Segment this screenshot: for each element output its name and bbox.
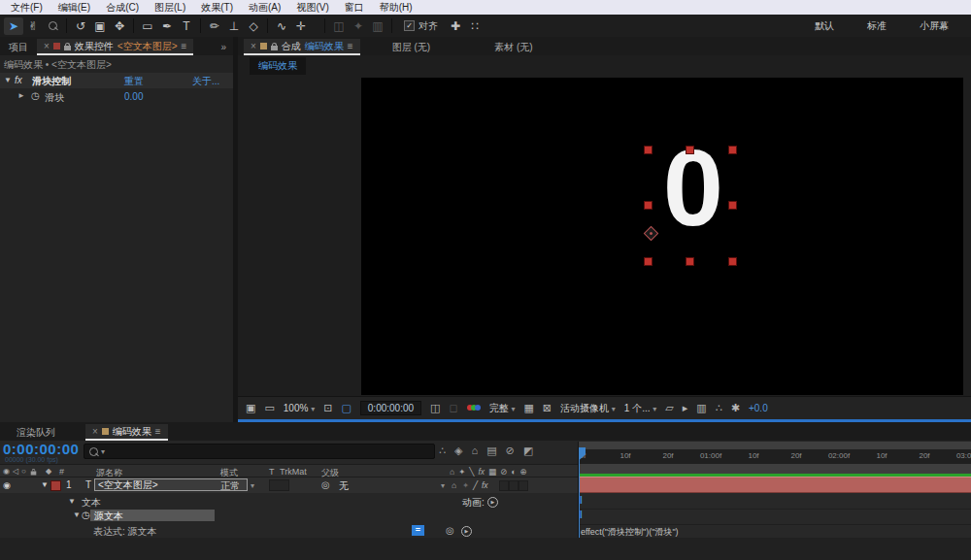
layer-collapse-toggle[interactable]: ✦ [462,480,469,490]
exposure-value[interactable]: +0.0 [749,403,768,413]
pen-tool-icon[interactable]: ✒ [157,17,177,35]
layer-switch-cell[interactable] [499,480,509,491]
layer-expand-icon[interactable]: ▼ [41,480,49,489]
graph-editor-icon[interactable]: ◩ [523,445,533,457]
reset-button[interactable]: 重置 [124,75,144,88]
type-tool-icon[interactable]: T [177,17,196,35]
mini-flowchart-icon[interactable]: ∴ [439,445,446,457]
roi-icon[interactable]: ⊡ [323,402,332,414]
property-value[interactable]: 0.00 [124,91,143,102]
property-expand-icon[interactable]: ▼ [73,511,81,519]
property-marker[interactable]: I [580,510,583,520]
pixel-aspect-icon[interactable]: ▱ [665,402,673,414]
zoom-tool-icon[interactable] [43,17,62,35]
layer-shy-toggle[interactable]: ⌂ [452,480,456,490]
selection-handle[interactable] [728,257,737,266]
stopwatch-icon[interactable]: ◷ [82,510,90,520]
preview-panes-icon[interactable]: ▣ [246,402,255,414]
effect-name[interactable]: 滑块控制 [32,75,71,88]
transparency-grid-icon[interactable]: ▦ [523,402,533,414]
motion-blur-icon[interactable]: ⊘ [506,445,515,457]
layer-switch-cell[interactable] [509,480,519,491]
composition-canvas[interactable]: 0 [361,78,963,395]
show-channels-icon[interactable] [467,404,481,412]
workspace-standard-button[interactable]: 标准 [851,19,903,33]
selection-handle[interactable] [644,257,653,266]
brush-tool-icon[interactable]: ✏ [205,17,224,35]
snap-checkbox-icon[interactable]: ✓ [404,20,415,31]
timeline-button-icon[interactable]: ▥ [696,402,706,414]
puppet-pin-tool-icon[interactable]: ✛ [291,17,311,35]
roto-brush-tool-icon[interactable]: ∿ [272,17,291,35]
blend-mode-chevron-icon[interactable]: ▾ [251,481,254,490]
selection-handle[interactable] [728,201,737,210]
layer-fx-toggle[interactable]: fx [482,480,488,490]
stopwatch-icon[interactable]: ◷ [31,90,40,101]
camera-view-dropdown[interactable]: 活动摄像机 ▾ [560,402,616,415]
snap-toggle[interactable]: ✓ 对齐 [404,19,438,33]
snap-option-icon[interactable]: ∷ [465,17,485,35]
resolution-dropdown[interactable]: 完整 ▾ [489,402,516,415]
hand-tool-icon[interactable]: ✌ [23,17,43,35]
layer-switch-cell[interactable] [519,480,528,491]
composition-navigator-chip[interactable]: 编码效果 [250,57,306,75]
expand-icon[interactable]: ► [17,91,25,100]
pan-behind-tool-icon[interactable]: ✥ [110,17,129,35]
expression-enable-icon[interactable]: = [412,525,424,536]
trkmat-cell[interactable] [269,479,289,491]
lock-icon[interactable] [64,46,71,50]
camera-tool-icon[interactable]: ▣ [90,17,110,35]
tab-project[interactable]: 项目 [0,39,37,55]
timeline-timecode[interactable]: 0:00:00:00 [3,441,79,457]
menu-file[interactable]: 文件(F) [3,1,50,15]
hide-shy-layers-icon[interactable]: ⌂ [471,445,478,457]
timeline-search-input[interactable]: ▾ [84,444,435,459]
group-label[interactable]: 文本 [82,496,101,510]
menu-window[interactable]: 窗口 [337,1,372,15]
frame-blending-icon[interactable]: ▤ [486,445,496,457]
close-icon[interactable]: × [44,41,50,51]
close-icon[interactable]: × [92,426,98,437]
snapshot-icon[interactable]: ◫ [430,402,440,414]
selection-handle[interactable] [644,201,653,210]
panel-menu-icon[interactable]: ≡ [182,41,187,51]
shape-tool-icon[interactable]: ▭ [138,17,157,35]
eraser-tool-icon[interactable]: ◇ [244,17,263,35]
property-marker[interactable]: I [580,495,583,506]
source-text-row[interactable]: ▼ ◷ 源文本 [0,509,578,523]
viewer-timecode[interactable]: 0:00:00:00 [360,401,421,415]
selection-tool-icon[interactable]: ➤ [4,17,23,35]
safe-margins-icon[interactable]: ▢ [341,402,351,414]
tab-effect-controls[interactable]: × 效果控件 <空文本图层> ≡ [37,39,193,55]
tab-composition[interactable]: × 合成 编码效果 ≡ [244,39,360,55]
time-ruler[interactable]: 0f 10f 20f 01:00f 10f 20f 02:00f 10f 20f… [579,449,971,464]
collapse-icon[interactable]: ▼ [4,76,12,84]
layer-label-chip[interactable] [50,480,61,491]
menu-animation[interactable]: 动画(A) [241,1,288,15]
flowchart-icon[interactable]: ∴ [716,402,722,414]
parent-pickwhip-icon[interactable]: ◎ [321,479,330,490]
fast-previews-icon[interactable]: ▸ [683,402,688,414]
selection-handle[interactable] [686,257,694,266]
expression-pickwhip-icon[interactable]: ◎ [446,525,454,536]
snap-option-icon[interactable]: ✚ [446,17,465,35]
menu-view[interactable]: 视图(V) [288,1,336,15]
exposure-gear-icon[interactable]: ✱ [731,402,740,414]
expression-label[interactable]: 表达式: 源文本 [93,525,157,539]
animate-menu-icon[interactable]: ▶ [487,497,498,508]
text-group-row[interactable]: ▼ 文本 动画: ▶ [0,495,578,509]
view-layout-dropdown[interactable]: 1 个... ▾ [624,402,656,415]
source-text-property[interactable]: 源文本 [94,510,123,523]
tab-layer-viewer[interactable]: 图层 (无) [384,39,439,55]
playhead-line[interactable] [579,458,580,540]
layer-quality-toggle[interactable]: ╱ [473,480,478,490]
workspace-default-button[interactable]: 默认 [798,19,851,33]
selection-handle[interactable] [686,146,694,154]
menu-effect[interactable]: 效果(T) [193,1,241,15]
selection-handle[interactable] [644,146,653,154]
panel-menu-icon[interactable]: ≡ [348,41,353,51]
search-options-icon[interactable]: ▾ [101,447,105,456]
group-expand-icon[interactable]: ▼ [68,497,76,506]
expression-graph-icon[interactable]: ▶ [461,526,472,537]
tab-overflow-icon[interactable]: » [214,39,233,55]
